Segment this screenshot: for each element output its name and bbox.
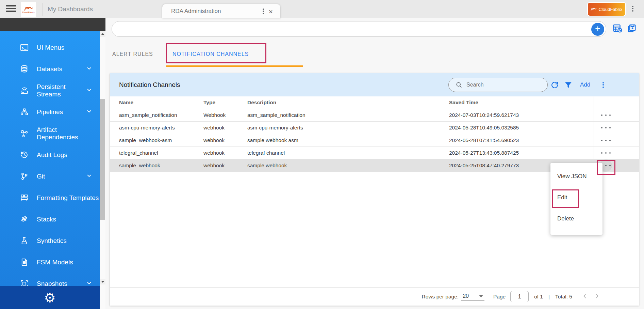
sidebar-header-strip: [0, 18, 105, 31]
sidebar-item-label: Persistent Streams: [37, 83, 86, 98]
column-header-type[interactable]: Type: [203, 99, 247, 106]
layout-template-icon: [20, 193, 29, 202]
add-dashboard-button[interactable]: +: [591, 23, 604, 36]
sidebar-item-git[interactable]: Git: [0, 166, 100, 187]
rows-per-page-label: Rows per page:: [422, 294, 459, 300]
table-row[interactable]: sample_webhook-asm webhook sample webhoo…: [110, 134, 639, 147]
sidebar-item-label: Formatting Templates: [37, 194, 100, 202]
menu-item-edit[interactable]: Edit: [550, 187, 602, 208]
refresh-icon[interactable]: [550, 81, 559, 90]
next-page-icon[interactable]: [593, 292, 601, 301]
cell-saved-time: 2024-05-28T07:41:54.690523: [449, 137, 594, 143]
git-branch-icon: [20, 172, 29, 181]
column-header-description[interactable]: Description: [247, 99, 449, 106]
tab-options-kebab-icon[interactable]: [263, 7, 264, 15]
chevron-down-icon[interactable]: [86, 87, 92, 94]
table-row[interactable]: telegraf_channel webhook telegraf channe…: [110, 147, 639, 159]
search-icon: [456, 81, 462, 88]
table-row[interactable]: asm-cpu-memory-alerts webhook asm-cpu-me…: [110, 122, 639, 134]
scrollbar-thumb[interactable]: [100, 99, 105, 220]
tab-title: RDA Administration: [162, 8, 263, 15]
cell-saved-time: 2024-05-27T13:43:05.887425: [449, 150, 594, 156]
cell-type: webhook: [203, 163, 247, 169]
sidebar-item-artifact-dependencies[interactable]: Artifact Dependencies: [0, 123, 100, 144]
my-dashboards-label[interactable]: My Dashboards: [48, 0, 93, 18]
scroll-up-icon[interactable]: [100, 31, 105, 37]
sidebar-scrollbar[interactable]: [100, 31, 105, 309]
row-actions-kebab-icon[interactable]: [600, 147, 612, 159]
cell-type: webhook: [203, 137, 247, 143]
pagination-separator: |: [548, 294, 550, 300]
cell-description: asm-cpu-memory-alerts: [247, 125, 449, 131]
cloudfabrix-logo[interactable]: CloudFabrix: [21, 2, 36, 17]
sidebar-item-datasets[interactable]: Datasets: [0, 58, 100, 80]
document-icon: [20, 258, 29, 267]
database-icon: [20, 64, 29, 74]
table-clock-icon[interactable]: [612, 23, 623, 33]
filter-icon[interactable]: [564, 81, 573, 90]
dashboard-search-input[interactable]: [120, 22, 579, 36]
chevron-down-icon[interactable]: [86, 108, 92, 116]
topbar-kebab-icon[interactable]: [632, 5, 633, 12]
sidebar-item-label: Synthetics: [37, 237, 100, 245]
sidebar-item-stacks[interactable]: Stacks: [0, 208, 100, 230]
cloudfabrix-logo-glyph: [24, 6, 33, 11]
screen: CloudFabrix My Dashboards RDA Administra…: [0, 0, 644, 309]
dropdown-caret-icon: [479, 295, 483, 297]
sidebar-item-persistent-streams[interactable]: Persistent Streams: [0, 80, 100, 101]
tab-close-icon[interactable]: ×: [269, 8, 273, 15]
column-header-saved-time[interactable]: Saved Time: [449, 99, 594, 106]
dashboard-search-bar[interactable]: +: [112, 21, 606, 37]
sidebar-item-snapshots[interactable]: Snapshots: [0, 273, 100, 286]
row-actions-kebab-icon[interactable]: [600, 122, 612, 134]
sidebar-item-audit-logs[interactable]: Audit Logs: [0, 144, 100, 166]
row-actions-kebab-icon[interactable]: [600, 134, 612, 146]
sidebar-item-fsm-models[interactable]: FSM Models: [0, 251, 100, 273]
table-row[interactable]: asm_sample_notification Webhook asm_samp…: [110, 109, 639, 122]
active-tab-indicator: [166, 65, 303, 67]
cell-name: asm-cpu-memory-alerts: [110, 125, 203, 131]
cell-description: sample webhook asm: [247, 137, 449, 143]
rows-per-page-select[interactable]: 20: [461, 292, 484, 301]
cell-description: sample webhook: [247, 163, 449, 169]
cell-saved-time: 2024-07-03T10:24:59.621743: [449, 112, 594, 118]
logo-caption: CloudFabrix: [22, 11, 35, 13]
add-button[interactable]: Add: [580, 81, 590, 88]
tab-notification-channels[interactable]: NOTIFICATION CHANNELS: [172, 48, 249, 60]
rows-per-page-value: 20: [463, 293, 469, 299]
snapshot-frame-icon: [20, 279, 29, 286]
row-actions-kebab-icon[interactable]: [600, 109, 612, 121]
gear-icon[interactable]: ⚙: [44, 291, 55, 304]
tab-alert-rules[interactable]: ALERT RULES: [112, 48, 153, 60]
chevron-down-icon[interactable]: [86, 173, 92, 180]
sidebar-nav: UI Menus Datasets Persistent Streams Pip…: [0, 31, 100, 286]
menu-item-delete[interactable]: Delete: [550, 208, 602, 229]
row-context-menu: View JSON Edit Delete: [550, 163, 602, 235]
pipeline-nodes-icon: [20, 107, 29, 117]
cell-description: telegraf channel: [247, 150, 449, 156]
chevron-down-icon[interactable]: [86, 65, 92, 73]
panel-search-box[interactable]: [448, 78, 548, 92]
sidebar-item-pipelines[interactable]: Pipelines: [0, 101, 100, 123]
page-number-input[interactable]: [510, 291, 529, 302]
flask-icon: [20, 236, 29, 245]
sidebar-item-formatting-templates[interactable]: Formatting Templates: [0, 187, 100, 208]
page-of-label: of 1: [534, 294, 543, 300]
table-header-row: Name Type Description Saved Time: [110, 96, 639, 109]
previous-page-icon[interactable]: [581, 292, 589, 301]
sidebar-item-synthetics[interactable]: Synthetics: [0, 230, 100, 251]
chevron-down-icon[interactable]: [86, 280, 92, 287]
column-header-name[interactable]: Name: [110, 99, 203, 106]
panel-search-input[interactable]: [466, 82, 541, 88]
panel-kebab-icon[interactable]: [602, 81, 604, 89]
cloudfabrix-brand-button[interactable]: CloudFabrix: [588, 3, 625, 16]
scroll-down-icon[interactable]: [100, 279, 105, 284]
menu-item-view-json[interactable]: View JSON: [550, 166, 602, 187]
pagination-bar: Rows per page: 20 Page of 1 | Total: 5: [110, 287, 639, 306]
sidebar-item-ui-menus[interactable]: UI Menus: [0, 37, 100, 58]
cell-saved-time: 2024-05-28T10:49:05.032585: [449, 125, 594, 131]
hamburger-menu-icon[interactable]: [6, 5, 16, 13]
save-copy-icon[interactable]: [626, 23, 637, 33]
rda-administration-tab[interactable]: RDA Administration ×: [162, 4, 280, 18]
cell-name: sample_webhook-asm: [110, 137, 203, 143]
